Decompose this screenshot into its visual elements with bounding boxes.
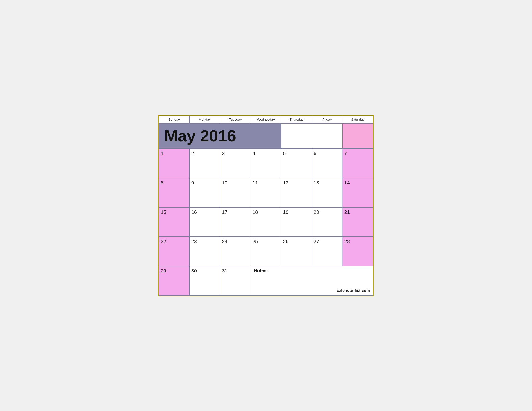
- day-29: 29: [159, 266, 190, 295]
- watermark: calendar-list.com: [337, 288, 370, 293]
- day-18: 18: [251, 207, 281, 237]
- day-name-saturday: Saturday: [342, 116, 373, 123]
- day-number-14: 14: [344, 180, 371, 186]
- day-23: 23: [190, 237, 220, 266]
- day-number-29: 29: [161, 268, 188, 274]
- day-11: 11: [251, 178, 281, 207]
- day-21: 21: [342, 207, 373, 237]
- day-number-6: 6: [314, 151, 341, 157]
- day-number-16: 16: [191, 209, 218, 215]
- day-names-row: Sunday Monday Tuesday Wednesday Thursday…: [159, 116, 373, 124]
- day-number-2: 2: [191, 151, 218, 157]
- day-number-15: 15: [161, 209, 188, 215]
- day-name-thursday: Thursday: [281, 116, 312, 123]
- day-22: 22: [159, 237, 190, 266]
- day-name-tuesday: Tuesday: [220, 116, 251, 123]
- day-number-8: 8: [161, 180, 188, 186]
- day-24: 24: [220, 237, 251, 266]
- calendar-outer-border: Sunday Monday Tuesday Wednesday Thursday…: [158, 115, 374, 296]
- day-name-sunday: Sunday: [159, 116, 190, 123]
- day-28: 28: [342, 237, 373, 266]
- day-27: 27: [312, 237, 342, 266]
- day-16: 16: [190, 207, 220, 237]
- day-number-4: 4: [253, 151, 279, 157]
- empty-saturday-header: [342, 124, 373, 148]
- day-number-11: 11: [253, 180, 279, 186]
- week-row-3: 15 16 17 18 19 20 21: [159, 207, 373, 237]
- day-13: 13: [312, 178, 342, 207]
- day-8: 8: [159, 178, 190, 207]
- day-26: 26: [281, 237, 312, 266]
- day-number-27: 27: [314, 239, 341, 244]
- day-number-5: 5: [283, 151, 310, 157]
- day-name-monday: Monday: [190, 116, 220, 123]
- day-number-31: 31: [222, 268, 249, 274]
- day-10: 10: [220, 178, 251, 207]
- day-number-25: 25: [253, 239, 279, 244]
- day-number-9: 9: [191, 180, 218, 186]
- day-19: 19: [281, 207, 312, 237]
- week-row-2: 8 9 10 11 12 13 14: [159, 178, 373, 207]
- day-number-22: 22: [161, 239, 188, 244]
- day-20: 20: [312, 207, 342, 237]
- day-number-23: 23: [191, 239, 218, 244]
- day-30: 30: [190, 266, 220, 295]
- day-name-wednesday: Wednesday: [251, 116, 281, 123]
- day-number-19: 19: [283, 209, 310, 215]
- day-number-21: 21: [344, 209, 371, 215]
- day-3: 3: [220, 149, 251, 178]
- empty-friday-header: [312, 124, 342, 148]
- day-number-3: 3: [222, 151, 249, 157]
- day-number-24: 24: [222, 239, 249, 244]
- empty-thursday-header: [281, 124, 312, 148]
- day-9: 9: [190, 178, 220, 207]
- week-row-5: 29 30 31 Notes: calendar-list.com: [159, 266, 373, 295]
- day-number-30: 30: [191, 268, 218, 274]
- day-12: 12: [281, 178, 312, 207]
- day-2: 2: [190, 149, 220, 178]
- day-number-13: 13: [314, 180, 341, 186]
- month-title-cell: May 2016: [159, 124, 281, 148]
- day-15: 15: [159, 207, 190, 237]
- day-25: 25: [251, 237, 281, 266]
- calendar: Sunday Monday Tuesday Wednesday Thursday…: [159, 115, 373, 296]
- day-number-10: 10: [222, 180, 249, 186]
- day-number-12: 12: [283, 180, 310, 186]
- day-number-7: 7: [344, 151, 371, 157]
- week-row-4: 22 23 24 25 26 27 28: [159, 237, 373, 266]
- day-number-18: 18: [253, 209, 279, 215]
- week-row-1: 1 2 3 4 5 6 7: [159, 149, 373, 178]
- day-name-friday: Friday: [312, 116, 342, 123]
- day-number-26: 26: [283, 239, 310, 244]
- day-number-17: 17: [222, 209, 249, 215]
- notes-cell: Notes: calendar-list.com: [251, 266, 373, 295]
- day-number-1: 1: [161, 151, 188, 157]
- day-31: 31: [220, 266, 251, 295]
- day-1: 1: [159, 149, 190, 178]
- day-17: 17: [220, 207, 251, 237]
- title-row: May 2016: [159, 124, 373, 149]
- day-4: 4: [251, 149, 281, 178]
- notes-label: Notes:: [254, 268, 268, 273]
- day-number-20: 20: [314, 209, 341, 215]
- day-5: 5: [281, 149, 312, 178]
- day-14: 14: [342, 178, 373, 207]
- day-6: 6: [312, 149, 342, 178]
- day-7: 7: [342, 149, 373, 178]
- day-number-28: 28: [344, 239, 371, 244]
- month-title: May 2016: [164, 128, 236, 144]
